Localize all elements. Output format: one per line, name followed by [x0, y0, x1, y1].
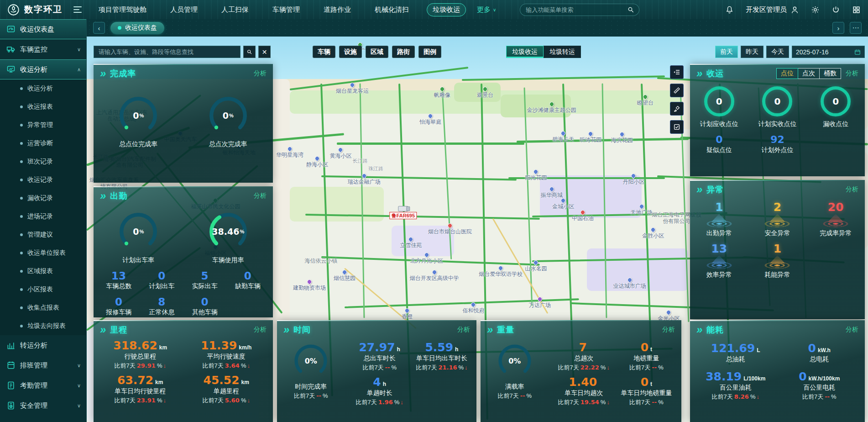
bullet-icon: [20, 160, 23, 163]
collection-tabs: 点位点次桶数: [777, 68, 841, 79]
sidebar-item[interactable]: 收运分析 ∧: [0, 59, 86, 79]
map-pin-icon: [537, 296, 543, 302]
metric: 0t 单车日均地磅重量 比前7天--%: [615, 375, 678, 406]
map-search-button[interactable]: [243, 46, 256, 58]
collection-tab[interactable]: 点次: [798, 68, 820, 79]
power-logout-icon[interactable]: [831, 5, 840, 14]
panel-energy: 能耗 分析 121.69L 总油耗 0kW.h 总电耗 38.19L/100km…: [690, 320, 865, 422]
settings-gear-icon[interactable]: [811, 5, 820, 14]
sidebar-item[interactable]: 收运分析: [0, 79, 86, 98]
map-filter-button[interactable]: 车辆: [313, 46, 335, 58]
analysis-link[interactable]: 分析: [254, 192, 267, 200]
vehicle-marker[interactable]: 鲁FAR695: [390, 206, 417, 219]
tab-active-dot-icon: [118, 26, 121, 30]
date-picker[interactable]: 2025-07-16: [792, 46, 865, 58]
bullet-icon: [20, 306, 23, 309]
top-nav-item[interactable]: 垃圾收运: [427, 3, 466, 16]
date-quick-button[interactable]: 前天: [715, 46, 738, 58]
map-label: 金沙滩健康主题公园: [527, 102, 576, 114]
map-search-input[interactable]: [94, 46, 241, 58]
sidebar-item[interactable]: 考勤管理 ∨: [0, 375, 86, 396]
map-label-text: 海滨花园: [611, 137, 633, 144]
sidebar-item[interactable]: 管理建议: [0, 226, 86, 244]
sidebar-item[interactable]: 排班管理 ∨: [0, 355, 86, 375]
sidebar-item[interactable]: 小区报表: [0, 280, 86, 299]
analysis-link[interactable]: 分析: [846, 326, 858, 334]
collection-tab[interactable]: 点位: [776, 68, 798, 79]
collection-tab[interactable]: 桶数: [819, 68, 841, 79]
tab-scroll-right-button[interactable]: ›: [832, 22, 844, 34]
map-filter-button[interactable]: 图例: [418, 46, 441, 58]
sidebar-item[interactable]: 异常管理: [0, 116, 86, 134]
menu-toggle-icon[interactable]: [73, 6, 82, 13]
sidebar-item[interactable]: 收运仪表盘: [0, 19, 86, 39]
user-name: 开发区管理员: [746, 5, 787, 14]
sidebar-item-label: 进场记录: [27, 212, 53, 221]
sidebar-item[interactable]: 收运报表: [0, 98, 86, 116]
map-mode-button[interactable]: 垃圾转运: [544, 46, 581, 58]
apps-grid-icon[interactable]: [852, 5, 861, 14]
panel-weight: 重量 分析 0% 满载率 比前7天--% 7 总趟次 比前7天2: [481, 320, 681, 422]
sidebar-item[interactable]: 班次记录: [0, 153, 86, 171]
sidebar-item[interactable]: 漏收记录: [0, 189, 86, 207]
map-label: 烟台星龙客运: [336, 83, 369, 95]
checkbox-icon: [673, 123, 680, 131]
analysis-link[interactable]: 分析: [662, 326, 675, 334]
top-nav-more[interactable]: 更多 ∨: [477, 5, 496, 14]
sidebar-item[interactable]: 垃圾去向报表: [0, 317, 86, 335]
map-filter-button[interactable]: 路街: [392, 46, 415, 58]
sidebar-item[interactable]: 车辆监控 ∨: [0, 39, 86, 59]
map-search-clear-button[interactable]: ✕: [258, 46, 271, 58]
glow-cone-icon: [821, 215, 850, 228]
sidebar-item-label: 垃圾去向报表: [27, 322, 66, 330]
sidebar-item[interactable]: 中转站管理 ∨: [0, 416, 86, 422]
analysis-link[interactable]: 分析: [254, 69, 267, 78]
panel-collection: 收运 点位点次桶数 分析 0 计划应收点位 0 计划实收点位 0 漏收点位 0疑…: [690, 64, 865, 176]
sidebar-item[interactable]: 区域报表: [0, 262, 86, 280]
map-label-text: 观景台: [477, 92, 493, 99]
sidebar-item[interactable]: 转运分析: [0, 335, 86, 355]
map-pin-icon: [482, 86, 488, 92]
top-nav-item[interactable]: 道路作业: [318, 3, 357, 16]
map-label: 黄海小区: [329, 148, 351, 159]
analysis-link[interactable]: 分析: [846, 69, 858, 78]
tab-more-button[interactable]: ⋯: [850, 22, 862, 34]
tab-dashboard[interactable]: 收运仪表盘: [110, 22, 164, 34]
top-nav-item[interactable]: 人员管理: [164, 3, 204, 16]
user-menu[interactable]: 开发区管理员: [746, 5, 799, 14]
tab-scroll-left-button[interactable]: ‹: [93, 22, 105, 34]
nav-search[interactable]: [520, 4, 639, 16]
map-mode-button[interactable]: 垃圾收运: [506, 46, 544, 58]
map-mode-toggle: 垃圾收运垃圾转运: [506, 46, 581, 58]
notifications-icon[interactable]: [725, 5, 734, 14]
map-label: 金城小区: [552, 198, 574, 210]
sidebar-item[interactable]: 安全管理 ∨: [0, 396, 86, 416]
map-filter-button[interactable]: 区域: [366, 46, 388, 58]
nav-search-input[interactable]: [525, 6, 627, 14]
sidebar-item[interactable]: 收集点报表: [0, 299, 86, 317]
map-label: 业达城市广场: [613, 278, 646, 290]
clear-tool-button[interactable]: [670, 102, 684, 116]
analysis-link[interactable]: 分析: [846, 185, 858, 194]
layer-list-tool-button[interactable]: [670, 65, 684, 79]
bullet-icon: [20, 197, 23, 200]
sidebar-item[interactable]: 收运记录: [0, 171, 86, 189]
analysis-link[interactable]: 分析: [254, 326, 267, 334]
top-nav-item[interactable]: 车辆管理: [267, 3, 306, 16]
measure-tool-button[interactable]: [670, 84, 684, 97]
sidebar-item[interactable]: 进场记录: [0, 207, 86, 226]
top-nav-item[interactable]: 机械化清扫: [369, 3, 415, 16]
gauge: 0% 总点位完成率: [94, 95, 183, 148]
date-quick-button[interactable]: 昨天: [741, 46, 763, 58]
analysis-link[interactable]: 分析: [457, 326, 470, 334]
sidebar-item[interactable]: 收运单位报表: [0, 244, 86, 262]
map-pin-icon: [427, 113, 434, 119]
top-nav-item[interactable]: 人工扫保: [215, 3, 255, 16]
bullet-icon: [20, 215, 23, 218]
select-tool-button[interactable]: [670, 120, 684, 134]
map-label: 立雪佳苑: [400, 237, 422, 249]
sidebar-item[interactable]: 运营诊断: [0, 134, 86, 153]
top-nav-item[interactable]: 项目管理驾驶舱: [93, 3, 152, 16]
date-quick-button[interactable]: 今天: [766, 46, 789, 58]
map-filter-button[interactable]: 设施: [339, 46, 362, 58]
